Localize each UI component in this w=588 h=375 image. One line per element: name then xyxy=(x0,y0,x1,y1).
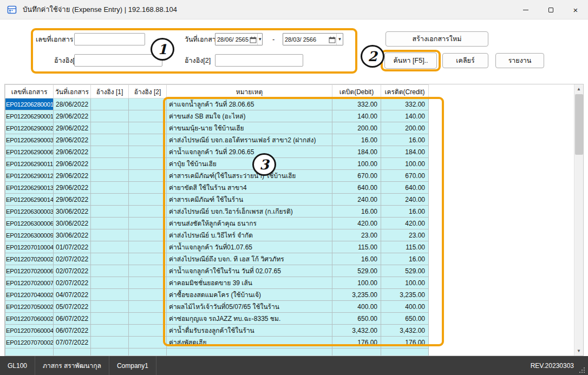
close-button[interactable]: × xyxy=(563,0,588,19)
cell-debit[interactable]: 420.00 xyxy=(332,218,381,229)
cell-doc-date[interactable]: 29/06/2022 xyxy=(54,110,91,122)
cell-doc-date[interactable]: 04/07/2022 xyxy=(54,289,91,301)
cell-debit[interactable]: 200.00 xyxy=(332,122,381,134)
cell-ref1[interactable] xyxy=(91,289,129,301)
table-row[interactable]: EP01220630000930/06/2022ค่าส่งไปรษณีย์ บ… xyxy=(5,229,429,241)
cell-ref2[interactable] xyxy=(129,98,167,110)
cell-debit[interactable]: 16.00 xyxy=(332,253,381,265)
cell-ref1[interactable] xyxy=(91,313,129,325)
cell-doc-no[interactable]: EP012207060004 xyxy=(5,325,54,337)
table-row[interactable]: EP01220702000702/07/2022ค่าคอมมิชชั่นยอด… xyxy=(5,277,429,289)
cell-remark[interactable]: ค่าปุ๋ย ใช้บ้านเฮีย xyxy=(167,158,332,170)
cell-doc-no[interactable]: EP012206290011 xyxy=(5,158,54,170)
cell-doc-date[interactable]: 29/06/2022 xyxy=(54,194,91,206)
cell-remark[interactable]: ค่าแจกน้ำลูกค้า วันที่ 28.06.65 xyxy=(167,98,332,110)
cell-ref2[interactable] xyxy=(129,253,167,265)
doc-no-input[interactable] xyxy=(74,33,145,45)
table-row[interactable]: EP01220705000205/07/2022ค่าผลไม้ไหว้เจ้า… xyxy=(5,301,429,313)
cell-ref2[interactable] xyxy=(129,348,167,357)
column-header[interactable]: เลขที่เอกสาร xyxy=(5,85,54,98)
cell-ref1[interactable] xyxy=(91,218,129,229)
cell-doc-date[interactable]: 01/07/2022 xyxy=(54,241,91,253)
cell-doc-no[interactable]: EP012206300009 xyxy=(5,229,54,241)
table-row[interactable]: EP01220629000329/06/2022ค่าส่งไปรษณีย์ บ… xyxy=(5,134,429,146)
cell-credit[interactable] xyxy=(381,348,429,357)
cell-credit[interactable]: 420.00 xyxy=(381,218,429,229)
cell-debit[interactable] xyxy=(332,348,381,357)
clear-button[interactable]: เคลียร์ xyxy=(442,53,488,68)
cell-remark[interactable]: ค่าน้ำแจกลูกค้าใช้ในร้าน วันที่ 02.07.65 xyxy=(167,265,332,277)
cell-ref1[interactable] xyxy=(91,265,129,277)
cell-ref2[interactable] xyxy=(129,241,167,253)
cell-doc-date[interactable]: 29/06/2022 xyxy=(54,170,91,182)
cell-remark[interactable]: ค่าสารเคมีภัณฑ์ ใช้ในร้าน xyxy=(167,194,332,206)
cell-credit[interactable]: 640.00 xyxy=(381,182,429,194)
cell-credit[interactable]: 176.00 xyxy=(381,337,429,348)
cell-credit[interactable]: 240.00 xyxy=(381,194,429,206)
cell-ref1[interactable] xyxy=(91,182,129,194)
cell-remark[interactable]: ค่าขนส่ง SB สมใจ (อะไหล่) xyxy=(167,110,332,122)
cell-remark[interactable] xyxy=(167,348,332,357)
cell-debit[interactable]: 100.00 xyxy=(332,277,381,289)
table-row[interactable]: EP01220707000207/07/2022ค่าส่งพัสดุเฮีย1… xyxy=(5,337,429,348)
cell-credit[interactable]: 184.00 xyxy=(381,146,429,158)
cell-credit[interactable]: 16.00 xyxy=(381,206,429,218)
table-row[interactable]: EP01220629001429/06/2022ค่าสารเคมีภัณฑ์ … xyxy=(5,194,429,206)
cell-remark[interactable]: ค่าสารเคมีภัณฑ์(ใช้ในสระว่ายน้ำ) ใช้บ้าน… xyxy=(167,170,332,182)
cell-debit[interactable]: 16.00 xyxy=(332,134,381,146)
table-row[interactable]: EP01220629001329/06/2022ค่ายาขัดสี ใช้ใน… xyxy=(5,182,429,194)
cell-remark[interactable]: ค่าน้ำแจกลูกค้า วันที่ 29.06.65 xyxy=(167,146,332,158)
cell-credit[interactable]: 16.00 xyxy=(381,134,429,146)
table-row[interactable]: EP01220704000204/07/2022ค่าซื้อของสดแมคโ… xyxy=(5,289,429,301)
cell-debit[interactable]: 115.00 xyxy=(332,241,381,253)
cell-debit[interactable]: 100.00 xyxy=(332,158,381,170)
cell-remark[interactable]: ค่าขนส่งชัดให้ลูกค้าคุณ ธนากร xyxy=(167,218,332,229)
cell-ref1[interactable] xyxy=(91,110,129,122)
cell-doc-date[interactable]: 29/06/2022 xyxy=(54,158,91,170)
scroll-down-icon[interactable]: ▼ xyxy=(574,346,583,356)
cell-doc-date[interactable]: 29/06/2022 xyxy=(54,182,91,194)
cell-credit[interactable]: 115.00 xyxy=(381,241,429,253)
search-button[interactable]: ค้นหา [F5].. xyxy=(384,52,437,69)
cell-ref1[interactable] xyxy=(91,170,129,182)
cell-doc-no[interactable]: EP012206290001 xyxy=(5,110,54,122)
cell-ref2[interactable] xyxy=(129,313,167,325)
column-header[interactable]: วันที่เอกสาร xyxy=(54,85,91,98)
cell-ref1[interactable] xyxy=(91,277,129,289)
cell-doc-date[interactable]: 05/07/2022 xyxy=(54,301,91,313)
cell-debit[interactable]: 3,235.00 xyxy=(332,289,381,301)
column-header[interactable]: เครดิต(Credit) xyxy=(381,85,429,98)
cell-doc-date[interactable]: 02/07/2022 xyxy=(54,265,91,277)
cell-remark[interactable]: ค่าส่งไปรษณีย์ บจก.ออโต้ทรานเฟอร์ สาขา2 … xyxy=(167,134,332,146)
cell-doc-date[interactable]: 30/06/2022 xyxy=(54,218,91,229)
cell-doc-date[interactable]: 06/07/2022 xyxy=(54,313,91,325)
cell-ref2[interactable] xyxy=(129,206,167,218)
cell-ref1[interactable] xyxy=(91,134,129,146)
table-row[interactable]: EP01220706000206/07/2022ค่าซ่อมกุญแจ รถJ… xyxy=(5,313,429,325)
cell-remark[interactable]: ค่าน้ำดื่มรับรองลูกค้าใช้ในร้าน xyxy=(167,325,332,337)
cell-doc-date[interactable]: 29/06/2022 xyxy=(54,122,91,134)
cell-remark[interactable]: ค่าส่งไปรษณีย์ บ.วิธีไทร์ จำกัด xyxy=(167,229,332,241)
cell-ref1[interactable] xyxy=(91,146,129,158)
cell-ref1[interactable] xyxy=(91,253,129,265)
cell-doc-no[interactable]: EP012207020007 xyxy=(5,277,54,289)
minimize-button[interactable] xyxy=(513,0,538,19)
cell-doc-date[interactable]: 29/06/2022 xyxy=(54,134,91,146)
cell-doc-date[interactable]: 06/07/2022 xyxy=(54,325,91,337)
cell-doc-date[interactable]: 29/06/2022 xyxy=(54,146,91,158)
cell-ref2[interactable] xyxy=(129,289,167,301)
cell-doc-no[interactable]: EP012207040002 xyxy=(5,289,54,301)
cell-credit[interactable]: 100.00 xyxy=(381,158,429,170)
date-from-picker[interactable]: 28/06/ 2565 ▼ xyxy=(215,33,263,45)
cell-doc-date[interactable]: 07/07/2022 xyxy=(54,337,91,348)
cell-ref1[interactable] xyxy=(91,206,129,218)
cell-debit[interactable]: 332.00 xyxy=(332,98,381,110)
cell-doc-no[interactable] xyxy=(5,348,54,357)
cell-ref2[interactable] xyxy=(129,134,167,146)
cell-debit[interactable]: 16.00 xyxy=(332,206,381,218)
cell-doc-no[interactable]: EP012207020002 xyxy=(5,253,54,265)
table-row[interactable]: EP01220629001129/06/2022ค่าปุ๋ย ใช้บ้านเ… xyxy=(5,158,429,170)
cell-doc-no[interactable]: EP012207060002 xyxy=(5,313,54,325)
cell-debit[interactable]: 140.00 xyxy=(332,110,381,122)
cell-doc-no[interactable]: EP012206290013 xyxy=(5,182,54,194)
